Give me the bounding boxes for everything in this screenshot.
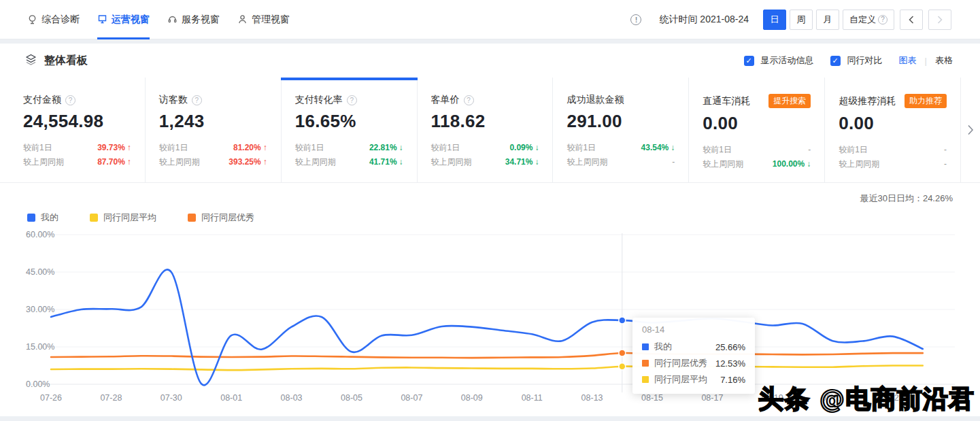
- period-custom-button[interactable]: 自定义 ?: [843, 10, 894, 30]
- help-icon: ?: [878, 15, 888, 24]
- chevron-left-icon: [909, 16, 914, 24]
- tooltip-series-swatch: [642, 360, 649, 367]
- tab-operations-view[interactable]: 运营视窗: [97, 0, 150, 39]
- metric-card-1[interactable]: 支付金额?24,554.98较前1日39.73%↑较上周同期87.70%↑: [10, 78, 146, 182]
- service-icon: [167, 14, 178, 24]
- tab-service-view[interactable]: 服务视窗: [167, 0, 220, 39]
- tooltip-series-swatch: [642, 376, 649, 383]
- tooltip-series-name: 同行同层平均: [654, 373, 715, 386]
- metric-card-2[interactable]: 访客数?1,243较前1日81.20%↑较上周同期393.25%↑: [146, 78, 282, 182]
- metric-compare-row: 较上周同期34.71%↓: [431, 155, 539, 169]
- y-axis-label: 15.00%: [26, 342, 54, 352]
- watermark-text: 头条 @电商前沿君: [758, 382, 975, 416]
- compare-label: 较上周同期: [431, 155, 472, 169]
- compare-value: 43.54%↓: [641, 141, 675, 155]
- compare-value: 0.09%↓: [509, 141, 539, 155]
- period-month-button[interactable]: 月: [816, 10, 839, 30]
- tab-comprehensive-diagnosis[interactable]: 综合诊断: [27, 0, 80, 39]
- chevron-right-icon: [937, 16, 943, 24]
- metric-compare-row: 较上周同期41.71%↓: [295, 155, 403, 169]
- chart-tooltip: 08-14 我的25.66%同行同层优秀12.53%同行同层平均7.16%: [632, 318, 755, 394]
- legend-item-同行同层平均[interactable]: 同行同层平均: [90, 212, 156, 224]
- metric-card-title: 直通车消耗提升搜索: [703, 94, 811, 108]
- metric-card-title: 支付转化率?: [295, 94, 403, 106]
- compare-value: -: [944, 143, 947, 157]
- up-arrow-icon: ↑: [263, 157, 267, 167]
- tab-label: 运营视窗: [112, 14, 150, 26]
- info-circle-icon[interactable]: !: [630, 14, 641, 25]
- y-axis-label: 60.00%: [26, 230, 54, 239]
- metric-card-7[interactable]: 超级推荐消耗助力推荐0.00较前1日-较上周同期-: [825, 78, 961, 182]
- metric-value: 0.00: [839, 113, 947, 134]
- y-axis-label: 30.00%: [26, 305, 54, 314]
- cards-next-button[interactable]: [961, 78, 980, 182]
- compare-label: 较上周同期: [567, 155, 607, 169]
- x-axis-label: 08-03: [281, 393, 303, 403]
- legend-item-我的[interactable]: 我的: [27, 212, 58, 224]
- compare-value: 393.25%↑: [229, 155, 267, 169]
- metric-compare-row: 较上周同期87.70%↑: [23, 155, 131, 169]
- view-table-link[interactable]: 表格: [935, 54, 953, 67]
- operations-icon: [97, 14, 107, 24]
- tooltip-series-name: 同行同层优秀: [654, 357, 710, 369]
- metric-card-6[interactable]: 直通车消耗提升搜索0.00较前1日-较上周同期100.00%↓: [689, 78, 825, 182]
- chart-legend: 我的同行同层平均同行同层优秀: [27, 212, 980, 224]
- promo-badge[interactable]: 提升搜索: [768, 94, 811, 108]
- peer-compare-label: 同行对比: [847, 54, 883, 67]
- show-activity-checkbox[interactable]: ✓: [744, 56, 754, 66]
- period-week-button[interactable]: 周: [790, 10, 813, 30]
- period-day-button[interactable]: 日: [763, 10, 786, 30]
- tooltip-series-value: 25.66%: [715, 342, 745, 352]
- series-line-同行同层平均: [51, 365, 923, 370]
- up-arrow-icon: ↑: [263, 143, 267, 152]
- metric-compare-row: 较上周同期-: [567, 155, 675, 169]
- down-arrow-icon: ↓: [399, 143, 403, 152]
- x-axis-label: 08-11: [522, 393, 543, 403]
- down-arrow-icon: ↓: [807, 159, 811, 169]
- series-line-同行同层优秀: [51, 353, 923, 358]
- x-axis-label: 08-15: [641, 393, 663, 403]
- promo-badge[interactable]: 助力推荐: [905, 94, 947, 108]
- compare-label: 较上周同期: [839, 157, 879, 171]
- compare-value: -: [944, 157, 947, 171]
- view-chart-link[interactable]: 图表: [899, 54, 917, 67]
- x-axis-label: 07-30: [160, 393, 182, 403]
- metric-compare-row: 较上周同期393.25%↑: [159, 155, 267, 169]
- x-axis-label: 07-28: [100, 393, 122, 403]
- metric-card-5[interactable]: 成功退款金额291.00较前1日43.54%↓较上周同期-: [553, 78, 689, 182]
- compare-value: 39.73%↑: [97, 141, 131, 155]
- metric-card-title: 客单价?: [431, 94, 539, 106]
- metric-value: 24,554.98: [23, 111, 131, 132]
- date-controls: ! 统计时间 2021-08-24 日 周 月 自定义 ?: [630, 10, 951, 30]
- metric-card-title: 支付金额?: [23, 94, 131, 106]
- metric-card-4[interactable]: 客单价?118.62较前1日0.09%↓较上周同期34.71%↓: [418, 78, 554, 182]
- overall-dashboard-panel: 整体看板 ✓ 显示活动信息 ✓ 同行对比 图表 | 表格 支付金额?24,554…: [0, 44, 980, 416]
- metric-value: 16.65%: [295, 111, 403, 132]
- peer-compare-checkbox[interactable]: ✓: [830, 56, 841, 66]
- metric-title-text: 直通车消耗: [703, 95, 750, 107]
- metric-cards-row: 支付金额?24,554.98较前1日39.73%↑较上周同期87.70%↑访客数…: [0, 78, 980, 183]
- compare-value: 22.81%↓: [369, 141, 403, 155]
- compare-label: 较前1日: [703, 143, 732, 157]
- legend-label: 同行同层优秀: [201, 212, 254, 224]
- management-icon: [237, 14, 248, 24]
- compare-value: -: [808, 143, 811, 157]
- metric-compare-row: 较前1日22.81%↓: [295, 141, 403, 155]
- tab-management-view[interactable]: 管理视窗: [237, 0, 290, 39]
- compare-label: 较上周同期: [159, 155, 200, 169]
- x-axis-label: 08-13: [581, 393, 603, 403]
- avg-30d-note: 最近30日日均：24.26%: [0, 192, 980, 205]
- next-date-button[interactable]: [928, 10, 951, 30]
- legend-item-同行同层优秀[interactable]: 同行同层优秀: [188, 212, 254, 224]
- compare-label: 较前1日: [23, 141, 52, 155]
- x-axis-label: 08-05: [341, 393, 362, 403]
- compare-label: 较前1日: [839, 143, 868, 157]
- legend-swatch: [188, 214, 196, 222]
- tooltip-series-value: 12.53%: [715, 358, 745, 369]
- metric-card-3[interactable]: 支付转化率?16.65%较前1日22.81%↓较上周同期41.71%↓: [282, 78, 418, 182]
- metric-compare-row: 较前1日81.20%↑: [159, 141, 267, 155]
- prev-date-button[interactable]: [900, 10, 923, 30]
- x-axis-label: 07-26: [40, 393, 62, 403]
- metric-card-title: 超级推荐消耗助力推荐: [839, 94, 947, 108]
- tooltip-series-name: 我的: [654, 341, 710, 353]
